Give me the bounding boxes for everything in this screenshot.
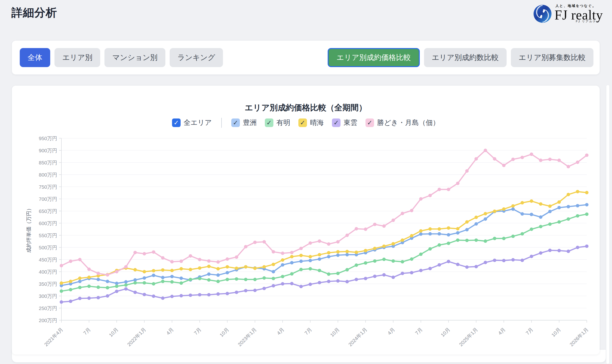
tab-overall[interactable]: 全体 [20, 48, 50, 67]
svg-text:750万円: 750万円 [39, 184, 57, 190]
svg-text:800万円: 800万円 [39, 172, 57, 178]
tab-by-mansion[interactable]: マンション別 [104, 48, 165, 67]
svg-text:10月: 10月 [329, 327, 340, 338]
svg-text:2021年4月: 2021年4月 [43, 327, 64, 347]
svg-text:2023年1月: 2023年1月 [237, 327, 258, 347]
action-group: エリア別成約価格比較エリア別成約数比較エリア別募集数比較 [328, 48, 593, 67]
toolbar: 全体エリア別マンション別ランキング エリア別成約価格比較エリア別成約数比較エリア… [12, 41, 600, 75]
svg-text:250万円: 250万円 [39, 305, 57, 311]
tab-group: 全体エリア別マンション別ランキング [20, 48, 223, 67]
tab-ranking[interactable]: ランキング [170, 48, 223, 67]
price-comparison-chart[interactable]: 200万円250万円300万円350万円400万円450万円500万円550万円… [12, 86, 600, 354]
svg-text:4月: 4月 [165, 327, 174, 336]
svg-text:4月: 4月 [276, 327, 285, 336]
chart-panel: エリア別成約価格比較（全期間） ✓全エリア✓豊洲✓有明✓晴海✓東雲✓勝どき・月島… [12, 86, 600, 354]
svg-text:500万円: 500万円 [39, 245, 57, 250]
svg-text:2022年1月: 2022年1月 [126, 327, 147, 347]
brand-logo-icon [533, 4, 552, 24]
action-area-price-comparison[interactable]: エリア別成約価格比較 [328, 48, 419, 67]
svg-text:850万円: 850万円 [39, 160, 57, 165]
svg-text:10月: 10月 [440, 327, 451, 338]
svg-text:450万円: 450万円 [39, 257, 57, 262]
svg-text:7月: 7月 [525, 327, 534, 336]
svg-text:2026年1月: 2026年1月 [569, 327, 589, 347]
svg-text:10月: 10月 [108, 327, 119, 338]
svg-text:900万円: 900万円 [39, 148, 57, 153]
svg-text:4月: 4月 [386, 327, 396, 336]
svg-text:4月: 4月 [497, 327, 506, 336]
tab-by-area[interactable]: エリア別 [54, 48, 100, 67]
svg-text:600万円: 600万円 [39, 221, 57, 226]
action-area-listing-count-comparison[interactable]: エリア別募集数比較 [511, 48, 593, 67]
svg-text:7月: 7月 [193, 327, 202, 336]
svg-text:10月: 10月 [219, 327, 230, 338]
svg-text:200万円: 200万円 [39, 318, 57, 323]
svg-text:7月: 7月 [303, 327, 313, 336]
svg-text:2025年1月: 2025年1月 [458, 327, 479, 347]
brand-subtext: FJ リアルティ [555, 20, 600, 24]
svg-text:300万円: 300万円 [39, 293, 57, 299]
svg-text:350万円: 350万円 [39, 281, 57, 287]
svg-text:400万円: 400万円 [39, 269, 57, 274]
svg-text:7月: 7月 [414, 327, 423, 336]
scrollbar-thumb[interactable] [606, 85, 610, 364]
svg-text:700万円: 700万円 [39, 196, 57, 202]
svg-text:2024年1月: 2024年1月 [347, 327, 368, 347]
svg-text:950万円: 950万円 [39, 136, 57, 141]
svg-text:10月: 10月 [550, 327, 562, 338]
svg-text:550万円: 550万円 [39, 233, 57, 238]
brand-logo: 人と、地域をつなぐ。 FJ realty FJ リアルティ [533, 4, 603, 24]
svg-text:7月: 7月 [82, 327, 91, 336]
svg-text:650万円: 650万円 [39, 208, 57, 214]
svg-text:成約坪単価（万円）: 成約坪単価（万円） [26, 206, 32, 253]
action-area-deal-count-comparison[interactable]: エリア別成約数比較 [424, 48, 507, 67]
page-title: 詳細分析 [12, 5, 57, 20]
